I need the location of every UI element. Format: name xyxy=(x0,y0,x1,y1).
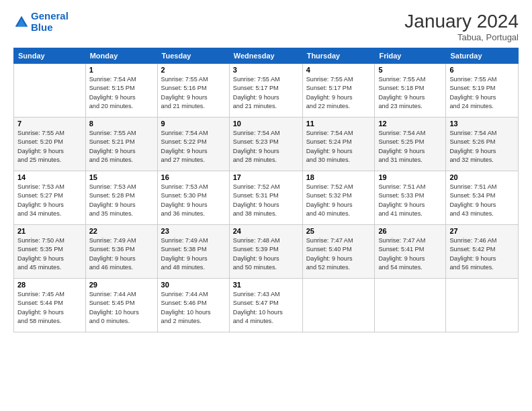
day-cell: 12Sunrise: 7:54 AMSunset: 5:25 PMDayligh… xyxy=(375,118,446,171)
week-row-1: 1Sunrise: 7:54 AMSunset: 5:15 PMDaylight… xyxy=(14,64,519,118)
day-info: Sunrise: 7:53 AMSunset: 5:30 PMDaylight:… xyxy=(161,183,226,218)
header: General Blue January 2024 Tabua, Portuga… xyxy=(13,11,519,42)
header-saturday: Saturday xyxy=(446,48,519,64)
day-info: Sunrise: 7:53 AMSunset: 5:28 PMDaylight:… xyxy=(89,183,154,218)
day-cell: 18Sunrise: 7:52 AMSunset: 5:32 PMDayligh… xyxy=(302,171,375,225)
day-number: 22 xyxy=(89,227,154,235)
day-info: Sunrise: 7:53 AMSunset: 5:27 PMDaylight:… xyxy=(17,183,82,218)
day-cell: 23Sunrise: 7:49 AMSunset: 5:38 PMDayligh… xyxy=(157,225,229,279)
day-cell: 28Sunrise: 7:45 AMSunset: 5:44 PMDayligh… xyxy=(14,279,86,332)
day-number: 23 xyxy=(161,227,226,235)
day-cell: 14Sunrise: 7:53 AMSunset: 5:27 PMDayligh… xyxy=(14,171,86,225)
day-number: 9 xyxy=(161,120,226,128)
day-info: Sunrise: 7:52 AMSunset: 5:32 PMDaylight:… xyxy=(306,183,371,218)
day-cell: 3Sunrise: 7:55 AMSunset: 5:17 PMDaylight… xyxy=(229,64,302,118)
day-cell: 26Sunrise: 7:47 AMSunset: 5:41 PMDayligh… xyxy=(375,225,446,279)
day-info: Sunrise: 7:55 AMSunset: 5:18 PMDaylight:… xyxy=(378,75,442,111)
calendar-page: General Blue January 2024 Tabua, Portuga… xyxy=(0,0,532,411)
month-title: January 2024 xyxy=(404,11,519,32)
day-cell: 10Sunrise: 7:54 AMSunset: 5:23 PMDayligh… xyxy=(229,118,302,171)
day-cell: 2Sunrise: 7:55 AMSunset: 5:16 PMDaylight… xyxy=(157,64,229,118)
header-wednesday: Wednesday xyxy=(229,48,302,64)
day-info: Sunrise: 7:45 AMSunset: 5:44 PMDaylight:… xyxy=(17,290,82,326)
day-number: 12 xyxy=(378,120,442,128)
day-cell: 22Sunrise: 7:49 AMSunset: 5:36 PMDayligh… xyxy=(85,225,157,279)
day-number: 21 xyxy=(17,227,82,235)
day-info: Sunrise: 7:51 AMSunset: 5:33 PMDaylight:… xyxy=(378,183,442,218)
day-cell: 9Sunrise: 7:54 AMSunset: 5:22 PMDaylight… xyxy=(157,118,229,171)
day-number: 8 xyxy=(89,120,154,128)
location: Tabua, Portugal xyxy=(404,32,519,42)
day-number: 15 xyxy=(89,173,154,181)
day-info: Sunrise: 7:54 AMSunset: 5:23 PMDaylight:… xyxy=(233,129,299,165)
day-cell: 31Sunrise: 7:43 AMSunset: 5:47 PMDayligh… xyxy=(229,279,302,332)
week-row-2: 7Sunrise: 7:55 AMSunset: 5:20 PMDaylight… xyxy=(14,118,519,171)
header-friday: Friday xyxy=(375,48,446,64)
day-number: 2 xyxy=(161,66,226,74)
day-info: Sunrise: 7:55 AMSunset: 5:21 PMDaylight:… xyxy=(89,129,154,165)
title-block: January 2024 Tabua, Portugal xyxy=(404,11,519,42)
day-info: Sunrise: 7:46 AMSunset: 5:42 PMDaylight:… xyxy=(449,236,515,272)
day-info: Sunrise: 7:55 AMSunset: 5:19 PMDaylight:… xyxy=(449,75,515,111)
day-number: 3 xyxy=(233,66,299,74)
day-number: 24 xyxy=(233,227,299,235)
calendar-table: SundayMondayTuesdayWednesdayThursdayFrid… xyxy=(13,48,519,332)
day-cell: 6Sunrise: 7:55 AMSunset: 5:19 PMDaylight… xyxy=(446,64,519,118)
day-number: 25 xyxy=(306,227,371,235)
day-number: 26 xyxy=(378,227,442,235)
day-number: 4 xyxy=(306,66,371,74)
day-number: 16 xyxy=(161,173,226,181)
day-number: 28 xyxy=(17,281,82,289)
day-cell: 29Sunrise: 7:44 AMSunset: 5:45 PMDayligh… xyxy=(85,279,157,332)
day-info: Sunrise: 7:52 AMSunset: 5:31 PMDaylight:… xyxy=(233,183,299,218)
day-cell xyxy=(375,279,446,332)
day-cell: 13Sunrise: 7:54 AMSunset: 5:26 PMDayligh… xyxy=(446,118,519,171)
header-row: SundayMondayTuesdayWednesdayThursdayFrid… xyxy=(14,48,519,64)
day-info: Sunrise: 7:44 AMSunset: 5:46 PMDaylight:… xyxy=(161,290,226,326)
day-cell: 27Sunrise: 7:46 AMSunset: 5:42 PMDayligh… xyxy=(446,225,519,279)
day-cell: 19Sunrise: 7:51 AMSunset: 5:33 PMDayligh… xyxy=(375,171,446,225)
day-info: Sunrise: 7:49 AMSunset: 5:36 PMDaylight:… xyxy=(89,236,154,272)
day-info: Sunrise: 7:54 AMSunset: 5:26 PMDaylight:… xyxy=(449,129,515,165)
day-cell: 21Sunrise: 7:50 AMSunset: 5:35 PMDayligh… xyxy=(14,225,86,279)
day-info: Sunrise: 7:48 AMSunset: 5:39 PMDaylight:… xyxy=(233,236,299,272)
day-number: 30 xyxy=(161,281,226,289)
day-info: Sunrise: 7:54 AMSunset: 5:25 PMDaylight:… xyxy=(378,129,442,165)
day-cell: 15Sunrise: 7:53 AMSunset: 5:28 PMDayligh… xyxy=(85,171,157,225)
day-info: Sunrise: 7:47 AMSunset: 5:40 PMDaylight:… xyxy=(306,236,371,272)
day-cell: 5Sunrise: 7:55 AMSunset: 5:18 PMDaylight… xyxy=(375,64,446,118)
week-row-4: 21Sunrise: 7:50 AMSunset: 5:35 PMDayligh… xyxy=(14,225,519,279)
day-info: Sunrise: 7:54 AMSunset: 5:24 PMDaylight:… xyxy=(306,129,371,165)
logo-line2: Blue xyxy=(31,22,69,34)
day-number: 14 xyxy=(17,173,82,181)
day-number: 6 xyxy=(449,66,515,74)
header-sunday: Sunday xyxy=(14,48,86,64)
week-row-5: 28Sunrise: 7:45 AMSunset: 5:44 PMDayligh… xyxy=(14,279,519,332)
day-cell xyxy=(302,279,375,332)
week-row-3: 14Sunrise: 7:53 AMSunset: 5:27 PMDayligh… xyxy=(14,171,519,225)
day-info: Sunrise: 7:55 AMSunset: 5:17 PMDaylight:… xyxy=(233,75,299,111)
day-cell: 25Sunrise: 7:47 AMSunset: 5:40 PMDayligh… xyxy=(302,225,375,279)
day-number: 7 xyxy=(17,120,82,128)
day-number: 13 xyxy=(449,120,515,128)
day-number: 27 xyxy=(449,227,515,235)
day-number: 5 xyxy=(378,66,442,74)
day-cell: 4Sunrise: 7:55 AMSunset: 5:17 PMDaylight… xyxy=(302,64,375,118)
day-cell xyxy=(14,64,86,118)
day-number: 18 xyxy=(306,173,371,181)
day-info: Sunrise: 7:55 AMSunset: 5:16 PMDaylight:… xyxy=(161,75,226,111)
day-number: 17 xyxy=(233,173,299,181)
day-info: Sunrise: 7:55 AMSunset: 5:20 PMDaylight:… xyxy=(17,129,82,165)
header-thursday: Thursday xyxy=(302,48,375,64)
day-cell xyxy=(446,279,519,332)
header-tuesday: Tuesday xyxy=(157,48,229,64)
logo: General Blue xyxy=(13,11,69,33)
day-cell: 30Sunrise: 7:44 AMSunset: 5:46 PMDayligh… xyxy=(157,279,229,332)
day-cell: 11Sunrise: 7:54 AMSunset: 5:24 PMDayligh… xyxy=(302,118,375,171)
day-cell: 24Sunrise: 7:48 AMSunset: 5:39 PMDayligh… xyxy=(229,225,302,279)
header-monday: Monday xyxy=(85,48,157,64)
day-info: Sunrise: 7:51 AMSunset: 5:34 PMDaylight:… xyxy=(449,183,515,218)
day-info: Sunrise: 7:47 AMSunset: 5:41 PMDaylight:… xyxy=(378,236,442,272)
day-number: 11 xyxy=(306,120,371,128)
day-cell: 16Sunrise: 7:53 AMSunset: 5:30 PMDayligh… xyxy=(157,171,229,225)
